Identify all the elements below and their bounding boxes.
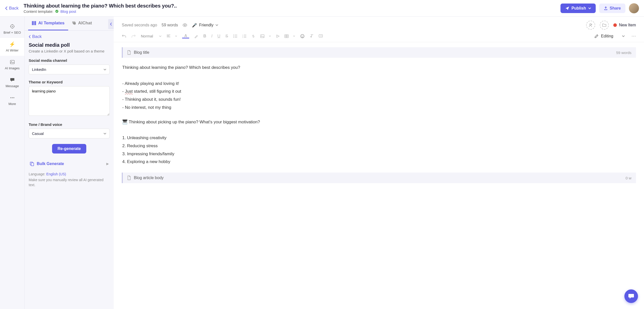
chat-icon — [72, 21, 76, 25]
pencil-icon — [594, 34, 598, 38]
send-icon — [565, 6, 570, 11]
tone-dropdown[interactable]: 🎤 Friendly — [192, 23, 218, 28]
align-dropdown[interactable] — [167, 34, 177, 38]
section-word-count: 0 w — [626, 176, 631, 180]
publish-button[interactable]: Publish — [560, 4, 596, 13]
user-avatar[interactable] — [629, 3, 639, 13]
undo-button[interactable] — [122, 34, 126, 38]
content-template-line: Content template: Blog post — [24, 9, 560, 14]
eye-icon[interactable] — [182, 23, 187, 27]
editor-content[interactable]: Blog title 59 words Thinking about learn… — [114, 42, 644, 309]
template-link[interactable]: Blog post — [60, 9, 76, 14]
doc-text-block-2[interactable]: 🎹 Thinking about picking up the piano? W… — [122, 118, 636, 166]
nav-message[interactable]: Message — [0, 74, 24, 91]
nav-label: More — [9, 102, 16, 106]
svg-point-30 — [635, 36, 636, 36]
tab-ai-chat[interactable]: AIChat — [68, 17, 96, 30]
image-icon — [260, 34, 264, 38]
sidebar-panel: AI Templates AIChat Back Social media po… — [25, 17, 114, 309]
lightning-icon: ⚡ — [10, 41, 15, 47]
underline-button[interactable]: U — [217, 34, 220, 38]
doc-question: Thinking about learning the piano? Which… — [122, 64, 636, 71]
back-label: Back — [9, 6, 19, 11]
theme-textarea[interactable] — [29, 86, 110, 116]
emoji-button[interactable] — [300, 34, 305, 38]
more-icon[interactable] — [631, 36, 636, 37]
text-style-dropdown[interactable]: Normal — [141, 34, 162, 38]
main-layout: Brief + SEO ⚡ AI Writer AI Images Messag… — [0, 17, 644, 309]
chat-fab-button[interactable] — [624, 289, 638, 303]
bulk-label: Bulk Generate — [37, 162, 64, 166]
table-icon — [285, 34, 289, 38]
strikethrough-button[interactable]: S — [225, 34, 228, 38]
nav-ai-images[interactable]: AI Images — [0, 56, 24, 74]
highlight-button[interactable] — [194, 34, 198, 38]
editing-mode-dropdown[interactable]: Editing — [594, 34, 636, 38]
section-word-count: 59 words — [616, 50, 631, 55]
nav-more[interactable]: More — [0, 91, 24, 109]
italic-button[interactable]: I — [211, 34, 212, 38]
chevron-down-icon — [588, 7, 591, 9]
doc-option: - Already playing and loving it! — [122, 80, 636, 87]
svg-point-2 — [12, 26, 13, 27]
svg-point-6 — [12, 97, 13, 98]
svg-rect-8 — [32, 21, 33, 25]
nav-ai-writer[interactable]: ⚡ AI Writer — [0, 38, 24, 56]
text-color-button[interactable]: A — [182, 34, 189, 38]
channel-value: LinkedIn — [32, 67, 46, 72]
svg-rect-10 — [35, 21, 36, 25]
svg-text:3: 3 — [242, 37, 243, 38]
add-folder-button[interactable] — [600, 21, 609, 30]
chevron-down-icon — [269, 35, 271, 37]
align-left-icon — [167, 34, 171, 38]
bulk-generate-button[interactable]: Bulk Generate ▶ — [29, 160, 110, 168]
style-label: Normal — [141, 34, 153, 38]
clear-format-button[interactable] — [310, 34, 314, 38]
image-dropdown[interactable] — [260, 34, 271, 38]
svg-point-13 — [184, 25, 186, 26]
document-icon — [127, 50, 131, 55]
doc-text-block-1[interactable]: Thinking about learning the piano? Which… — [122, 64, 636, 111]
language-link[interactable]: English (US) — [46, 172, 66, 176]
bullet-list-button[interactable] — [233, 34, 237, 38]
bold-button[interactable]: B — [203, 34, 206, 38]
collapse-panel-button[interactable] — [108, 19, 114, 29]
panel-back-button[interactable]: Back — [29, 34, 110, 39]
redo-button[interactable] — [131, 34, 136, 38]
panel-back-label: Back — [32, 34, 42, 39]
share-button[interactable]: Share — [599, 4, 625, 13]
word-count: 59 words — [162, 23, 178, 27]
svg-point-5 — [10, 97, 11, 98]
tone-label: Tone / Brand voice — [29, 122, 110, 127]
regenerate-button[interactable]: Re-generate — [52, 144, 86, 153]
svg-point-4 — [11, 61, 12, 62]
svg-rect-21 — [261, 35, 264, 38]
doc-numbered: 1. Unleashing creativity — [122, 134, 636, 142]
section-label: Blog article body — [134, 176, 164, 180]
svg-point-17 — [233, 37, 234, 38]
nav-brief-seo[interactable]: Brief + SEO — [0, 20, 24, 38]
numbered-list-button[interactable]: 123 — [242, 34, 246, 38]
add-user-button[interactable] — [586, 21, 595, 30]
new-item-indicator[interactable]: New Item — [613, 23, 636, 27]
chevron-down-icon — [175, 35, 177, 37]
editor-toolbar: Normal A B I U S 123 — [114, 32, 644, 42]
blog-body-section-header: Blog article body 0 w — [122, 173, 636, 183]
comment-button[interactable] — [319, 34, 323, 38]
svg-rect-3 — [10, 60, 14, 64]
publish-label: Publish — [572, 6, 586, 11]
header-title-area: Thinking about learning the piano? Which… — [24, 3, 560, 14]
tab-ai-templates[interactable]: AI Templates — [28, 17, 68, 30]
editing-label: Editing — [601, 34, 613, 38]
chevron-left-icon — [110, 22, 112, 26]
templates-icon — [32, 21, 36, 25]
table-dropdown[interactable] — [285, 34, 295, 38]
target-icon — [10, 24, 15, 29]
back-button[interactable]: Back — [5, 6, 19, 11]
video-button[interactable] — [276, 34, 279, 38]
editor-topbar: Saved seconds ago 59 words 🎤 Friendly — [114, 17, 644, 32]
topbar-right: New Item — [586, 21, 636, 30]
link-button[interactable] — [251, 34, 255, 38]
channel-select[interactable]: LinkedIn — [29, 65, 110, 74]
tone-select[interactable]: Casual — [29, 129, 110, 138]
